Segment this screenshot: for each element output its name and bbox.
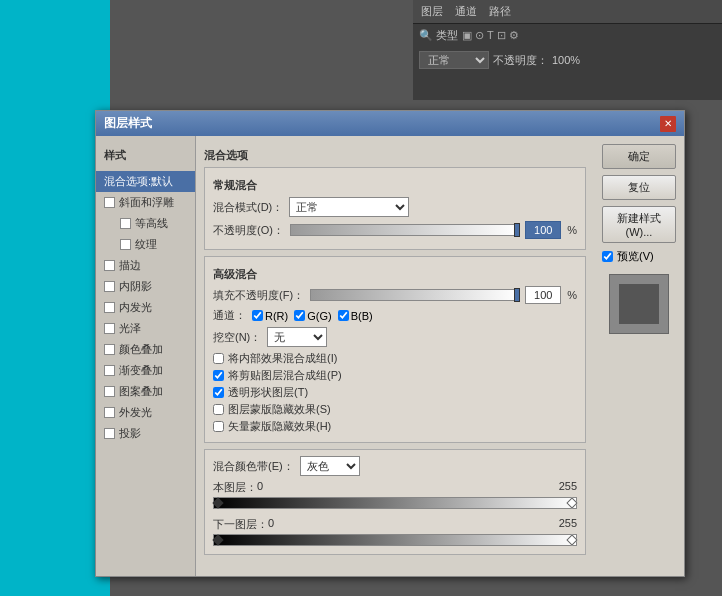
channel-g-option[interactable]: G(G) xyxy=(294,310,331,322)
preview-checkbox[interactable] xyxy=(602,251,613,262)
fill-opacity-value[interactable]: 100 xyxy=(525,286,561,304)
pattern-overlay-checkbox[interactable] xyxy=(104,386,115,397)
this-layer-label: 本图层： xyxy=(213,480,257,495)
sidebar-item-bevel[interactable]: 斜面和浮雕 xyxy=(96,192,195,213)
sidebar-item-inner-shadow[interactable]: 内阴影 xyxy=(96,276,195,297)
tab-layers[interactable]: 图层 xyxy=(421,4,443,19)
next-layer-right-handle[interactable] xyxy=(566,534,577,545)
channel-r-checkbox[interactable] xyxy=(252,310,263,321)
layer-style-dialog: 图层样式 ✕ 样式 混合选项:默认 斜面和浮雕 等高线 纹理 描边 xyxy=(95,110,685,577)
channel-b-checkbox[interactable] xyxy=(338,310,349,321)
fill-opacity-percent: % xyxy=(567,289,577,301)
outer-glow-checkbox[interactable] xyxy=(104,407,115,418)
fill-opacity-label: 填充不透明度(F)： xyxy=(213,288,304,303)
next-layer-gradient xyxy=(213,534,577,546)
fill-opacity-slider-container xyxy=(310,289,519,301)
layers-panel: 图层 通道 路径 🔍 类型 ▣ ⊙ T ⊡ ⚙ 正常 不透明度： 100% xyxy=(412,0,722,100)
sidebar-item-contour[interactable]: 等高线 xyxy=(96,213,195,234)
clip-layers-checkbox[interactable] xyxy=(213,370,224,381)
stroke-checkbox[interactable] xyxy=(104,260,115,271)
advanced-title: 高级混合 xyxy=(213,267,577,282)
fill-opacity-row: 填充不透明度(F)： 100 % xyxy=(213,286,577,304)
blend-mode-dropdown[interactable]: 正常 溶解 变暗 xyxy=(289,197,409,217)
option-row-5: 矢量蒙版隐藏效果(H) xyxy=(213,419,577,434)
channel-g-label: G(G) xyxy=(307,310,331,322)
sidebar: 样式 混合选项:默认 斜面和浮雕 等高线 纹理 描边 内阴影 xyxy=(96,136,196,576)
knockout-dropdown[interactable]: 无 浅 深 xyxy=(267,327,327,347)
sidebar-item-texture[interactable]: 纹理 xyxy=(96,234,195,255)
layer-mask-checkbox[interactable] xyxy=(213,404,224,415)
dialog-close-button[interactable]: ✕ xyxy=(660,116,676,132)
knockout-label: 挖空(N)： xyxy=(213,330,261,345)
blend-band-color-select[interactable]: 灰色 xyxy=(300,456,360,476)
interior-effects-label: 将内部效果混合成组(I) xyxy=(228,351,337,366)
sidebar-item-pattern-overlay[interactable]: 图案叠加 xyxy=(96,381,195,402)
drop-shadow-checkbox[interactable] xyxy=(104,428,115,439)
next-layer-values: 下一图层： 0 255 xyxy=(213,517,577,532)
fill-opacity-slider-thumb xyxy=(514,288,520,302)
opacity-percent: % xyxy=(567,224,577,236)
gradient-overlay-checkbox[interactable] xyxy=(104,365,115,376)
option-row-4: 图层蒙版隐藏效果(S) xyxy=(213,402,577,417)
this-layer-values: 本图层： 0 255 xyxy=(213,480,577,495)
new-style-button[interactable]: 新建样式(W)... xyxy=(602,206,676,243)
interior-effects-checkbox[interactable] xyxy=(213,353,224,364)
vector-mask-label: 矢量蒙版隐藏效果(H) xyxy=(228,419,331,434)
opacity-label: 不透明度： xyxy=(493,53,548,68)
main-content: 混合选项 常规混合 混合模式(D)： 正常 溶解 变暗 不透明度(O)： xyxy=(196,136,594,576)
sidebar-item-outer-glow[interactable]: 外发光 xyxy=(96,402,195,423)
confirm-button[interactable]: 确定 xyxy=(602,144,676,169)
blend-mode-label: 混合模式(D)： xyxy=(213,200,283,215)
channel-b-option[interactable]: B(B) xyxy=(338,310,373,322)
opacity-slider[interactable] xyxy=(290,224,519,236)
sidebar-item-gradient-overlay[interactable]: 渐变叠加 xyxy=(96,360,195,381)
cyan-background xyxy=(0,0,110,596)
contour-checkbox[interactable] xyxy=(120,218,131,229)
this-layer-gradient xyxy=(213,497,577,509)
sidebar-item-blend-options[interactable]: 混合选项:默认 xyxy=(96,171,195,192)
sidebar-item-color-overlay[interactable]: 颜色叠加 xyxy=(96,339,195,360)
opacity-value-box[interactable]: 100 xyxy=(525,221,561,239)
next-layer-label: 下一图层： xyxy=(213,517,268,532)
satin-checkbox[interactable] xyxy=(104,323,115,334)
blend-toolbar: 正常 不透明度： 100% xyxy=(413,47,722,73)
tab-paths[interactable]: 路径 xyxy=(489,4,511,19)
channel-r-option[interactable]: R(R) xyxy=(252,310,288,322)
sidebar-item-satin[interactable]: 光泽 xyxy=(96,318,195,339)
blend-band-section: 混合颜色带(E)： 灰色 本图层： 0 255 xyxy=(204,449,586,555)
preview-inner xyxy=(619,284,659,324)
this-layer-right-handle[interactable] xyxy=(566,497,577,508)
next-layer-max: 255 xyxy=(559,517,577,532)
sidebar-item-stroke[interactable]: 描边 xyxy=(96,255,195,276)
sidebar-item-drop-shadow[interactable]: 投影 xyxy=(96,423,195,444)
bevel-checkbox[interactable] xyxy=(104,197,115,208)
opacity-label: 不透明度(O)： xyxy=(213,223,284,238)
color-overlay-checkbox[interactable] xyxy=(104,344,115,355)
sidebar-item-inner-glow[interactable]: 内发光 xyxy=(96,297,195,318)
channel-g-checkbox[interactable] xyxy=(294,310,305,321)
tab-channels[interactable]: 通道 xyxy=(455,4,477,19)
transparent-shape-label: 透明形状图层(T) xyxy=(228,385,308,400)
type-label: 🔍 类型 xyxy=(419,28,458,43)
next-layer-left-handle[interactable] xyxy=(212,534,223,545)
this-layer-max: 255 xyxy=(559,480,577,495)
panel-tab-bar: 图层 通道 路径 xyxy=(413,0,722,24)
inner-glow-checkbox[interactable] xyxy=(104,302,115,313)
opacity-value: 100% xyxy=(552,54,580,66)
sidebar-title: 样式 xyxy=(96,144,195,167)
this-layer-left-handle[interactable] xyxy=(212,497,223,508)
reset-button[interactable]: 复位 xyxy=(602,175,676,200)
blend-band-title: 混合颜色带(E)： xyxy=(213,459,294,474)
layer-mask-label: 图层蒙版隐藏效果(S) xyxy=(228,402,331,417)
blend-mode-select[interactable]: 正常 xyxy=(419,51,489,69)
sidebar-blend-label: 混合选项:默认 xyxy=(104,174,173,189)
blend-band-header: 混合颜色带(E)： 灰色 xyxy=(213,456,577,476)
dialog-body: 样式 混合选项:默认 斜面和浮雕 等高线 纹理 描边 内阴影 xyxy=(96,136,684,576)
transparent-shape-checkbox[interactable] xyxy=(213,387,224,398)
texture-checkbox[interactable] xyxy=(120,239,131,250)
vector-mask-checkbox[interactable] xyxy=(213,421,224,432)
advanced-blend-section: 高级混合 填充不透明度(F)： 100 % 通道： R(R) xyxy=(204,256,586,443)
normal-blend-title: 常规混合 xyxy=(213,178,577,193)
fill-opacity-slider[interactable] xyxy=(310,289,519,301)
inner-shadow-checkbox[interactable] xyxy=(104,281,115,292)
